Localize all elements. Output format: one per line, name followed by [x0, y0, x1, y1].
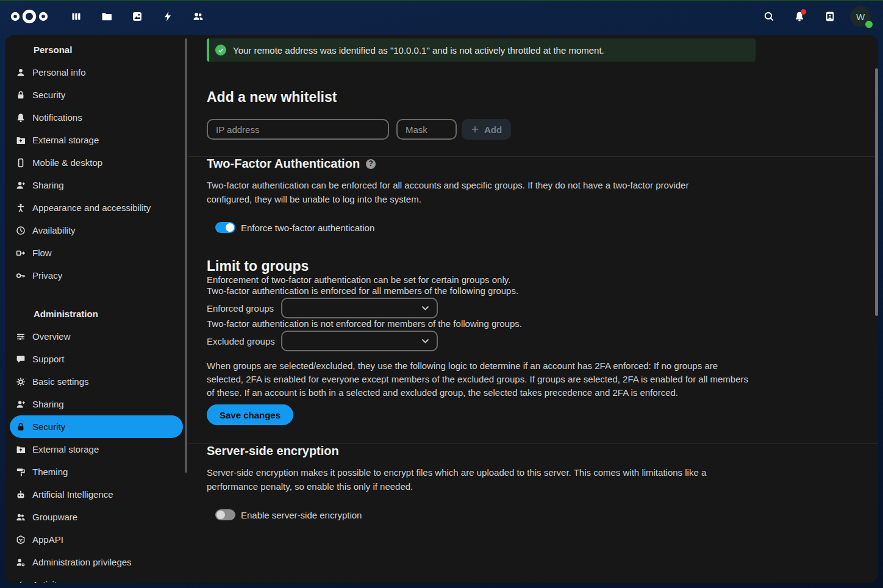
chevron-down-icon	[421, 339, 429, 343]
sidebar-item-support[interactable]: Support	[10, 348, 183, 370]
clock-icon	[16, 226, 26, 235]
enforced-groups-row: Enforced groups	[207, 298, 878, 318]
sidebar-item-availability[interactable]: Availability	[10, 219, 183, 242]
contacts-menu-button[interactable]	[815, 1, 845, 32]
sidebar-item-label: Artificial Intelligence	[32, 489, 113, 500]
search-button[interactable]	[754, 1, 784, 32]
sidebar-item-label: Security	[32, 90, 65, 100]
topbar: W	[0, 1, 883, 32]
sidebar-item-groupware[interactable]: Groupware	[10, 506, 183, 528]
ip-address-input[interactable]	[207, 119, 389, 140]
sidebar-item-label: Support	[32, 354, 65, 364]
sidebar-item-mobile-desktop[interactable]: Mobile & desktop	[10, 151, 183, 174]
sidebar-item-label: Appearance and accessibility	[32, 203, 151, 213]
settings-sidebar: PersonalPersonal infoSecurityNotificatio…	[5, 35, 188, 583]
sidebar-item-label: Personal info	[32, 67, 86, 77]
excluded-groups-hint: Two-factor authentication is not enforce…	[207, 318, 878, 329]
user-plus-icon	[16, 400, 26, 409]
bell-icon	[16, 113, 26, 123]
sidebar-item-appearance-and-accessibility[interactable]: Appearance and accessibility	[10, 196, 183, 219]
lock-icon	[16, 90, 26, 100]
sidebar-item-label: AppAPI	[32, 534, 63, 545]
sidebar-item-activity[interactable]: Activity	[10, 573, 183, 583]
search-icon	[763, 11, 774, 22]
toggle-knob	[216, 511, 225, 519]
sidebar-item-privacy[interactable]: Privacy	[10, 264, 183, 287]
twofactor-description: Two-factor authentication can be enforce…	[207, 178, 728, 206]
lock-icon	[16, 422, 26, 432]
app-files-button[interactable]	[91, 1, 122, 32]
content-scrollbar[interactable]	[875, 68, 878, 316]
chat-icon	[16, 354, 26, 364]
sidebar-item-label: Security	[32, 421, 65, 432]
sidebar-item-overview[interactable]: Overview	[10, 325, 183, 348]
sidebar-item-label: Flow	[32, 248, 52, 258]
sidebar-item-label: External storage	[32, 135, 99, 145]
enforced-groups-select[interactable]	[281, 298, 438, 318]
hexagon-icon	[16, 535, 26, 545]
sidebar-item-basic-settings[interactable]: Basic settings	[10, 370, 183, 393]
dashboard-icon	[71, 11, 82, 22]
sliders-icon	[16, 332, 26, 342]
sidebar-item-sharing[interactable]: Sharing	[10, 393, 183, 415]
sidebar-item-external-storage[interactable]: External storage	[10, 129, 183, 151]
topbar-actions: W	[754, 1, 876, 32]
sidebar-item-label: Groupware	[32, 512, 77, 522]
encryption-heading: Server-side encryption	[207, 444, 878, 458]
sidebar-section-personal: Personal	[5, 38, 188, 61]
sidebar-item-personal-info[interactable]: Personal info	[10, 61, 183, 84]
sidebar-item-label: Theming	[32, 467, 68, 477]
notification-badge	[801, 9, 806, 15]
sidebar-item-administration-privileges[interactable]: Administration privileges	[10, 551, 183, 573]
sidebar-item-artificial-intelligence[interactable]: Artificial Intelligence	[10, 483, 183, 506]
add-whitelist-button[interactable]: Add	[462, 119, 511, 140]
flow-icon	[16, 248, 26, 258]
sidebar-item-external-storage[interactable]: External storage	[10, 438, 183, 461]
sidebar-item-security[interactable]: Security	[10, 84, 183, 106]
notifications-button[interactable]	[784, 1, 815, 32]
online-status-dot	[865, 21, 873, 28]
toggle-knob	[226, 223, 234, 232]
plus-icon	[471, 125, 479, 134]
sidebar-item-appapi[interactable]: AppAPI	[10, 528, 183, 551]
excluded-groups-select[interactable]	[281, 331, 438, 351]
enforce-2fa-toggle[interactable]	[215, 222, 235, 233]
enable-encryption-toggle[interactable]	[215, 509, 235, 520]
group-icon	[16, 512, 26, 522]
enforce-2fa-row: Enforce two-factor authentication	[215, 222, 878, 233]
app-activity-button[interactable]	[152, 1, 183, 32]
enforced-groups-hint: Two-factor authentication is enforced fo…	[207, 285, 878, 296]
key-icon	[16, 271, 26, 281]
user-gear-icon	[16, 558, 26, 567]
sidebar-item-notifications[interactable]: Notifications	[10, 106, 183, 129]
nextcloud-settings-page: W PersonalPersonal infoSecurityNotificat…	[0, 0, 883, 588]
sidebar-item-label: Availability	[32, 225, 76, 235]
activity-icon	[162, 11, 173, 22]
excluded-groups-label: Excluded groups	[207, 336, 281, 346]
sidebar-scrollbar[interactable]	[185, 38, 187, 473]
sidebar-item-label: Privacy	[32, 270, 62, 281]
sidebar-item-security[interactable]: Security	[10, 415, 183, 438]
group-icon	[193, 11, 204, 22]
help-icon[interactable]: ?	[366, 159, 376, 169]
sidebar-item-label: Sharing	[32, 399, 64, 409]
success-check-icon	[215, 45, 226, 56]
save-changes-button[interactable]: Save changes	[207, 404, 293, 425]
success-note-text: Your remote address was identified as "1…	[233, 45, 604, 56]
sidebar-item-flow[interactable]: Flow	[10, 242, 183, 264]
mask-input[interactable]	[396, 119, 457, 140]
app-photos-button[interactable]	[122, 1, 152, 32]
app-dashboard-button[interactable]	[61, 1, 91, 32]
app-contacts-button[interactable]	[183, 1, 213, 32]
paint-roller-icon	[16, 467, 26, 477]
contacts-book-icon	[824, 11, 835, 22]
user-menu[interactable]: W	[845, 1, 876, 32]
excluded-groups-row: Excluded groups	[207, 331, 878, 351]
sidebar-item-label: Sharing	[32, 180, 64, 190]
enforced-groups-label: Enforced groups	[207, 303, 281, 314]
nextcloud-logo[interactable]	[0, 1, 59, 32]
sidebar-item-theming[interactable]: Theming	[10, 461, 183, 483]
sidebar-item-sharing[interactable]: Sharing	[10, 174, 183, 196]
accessibility-icon	[16, 203, 26, 213]
success-note: Your remote address was identified as "1…	[207, 38, 756, 62]
